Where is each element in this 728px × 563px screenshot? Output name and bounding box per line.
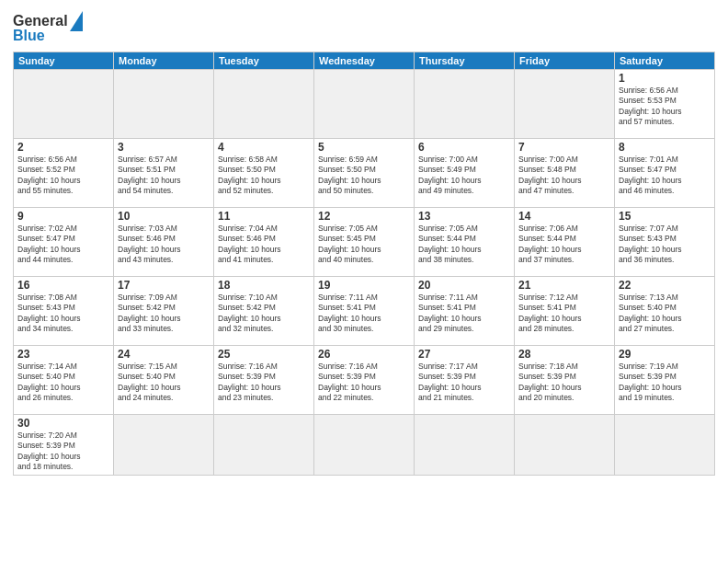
- day-info: Sunrise: 7:12 AM Sunset: 5:41 PM Dayligh…: [518, 293, 610, 335]
- weekday-header-monday: Monday: [114, 52, 214, 70]
- day-info: Sunrise: 7:07 AM Sunset: 5:43 PM Dayligh…: [619, 224, 711, 266]
- day-info: Sunrise: 7:02 AM Sunset: 5:47 PM Dayligh…: [17, 224, 109, 266]
- calendar-cell: [214, 415, 314, 476]
- day-info: Sunrise: 7:04 AM Sunset: 5:46 PM Dayligh…: [218, 224, 310, 266]
- calendar-cell: [14, 70, 114, 139]
- day-number: 16: [17, 279, 109, 292]
- day-info: Sunrise: 7:00 AM Sunset: 5:49 PM Dayligh…: [418, 155, 510, 197]
- week-row-2: 2Sunrise: 6:56 AM Sunset: 5:52 PM Daylig…: [14, 139, 715, 208]
- calendar-cell: [314, 415, 415, 476]
- calendar-cell: [515, 415, 615, 476]
- calendar-cell: 16Sunrise: 7:08 AM Sunset: 5:43 PM Dayli…: [14, 277, 114, 346]
- calendar-cell: [415, 70, 515, 139]
- calendar-cell: 25Sunrise: 7:16 AM Sunset: 5:39 PM Dayli…: [214, 346, 314, 415]
- weekday-header-saturday: Saturday: [615, 52, 715, 70]
- day-info: Sunrise: 7:01 AM Sunset: 5:47 PM Dayligh…: [619, 155, 711, 197]
- calendar-cell: 6Sunrise: 7:00 AM Sunset: 5:49 PM Daylig…: [415, 139, 515, 208]
- calendar-cell: 23Sunrise: 7:14 AM Sunset: 5:40 PM Dayli…: [14, 346, 114, 415]
- calendar-cell: 4Sunrise: 6:58 AM Sunset: 5:50 PM Daylig…: [214, 139, 314, 208]
- day-info: Sunrise: 6:58 AM Sunset: 5:50 PM Dayligh…: [218, 155, 310, 197]
- day-info: Sunrise: 7:16 AM Sunset: 5:39 PM Dayligh…: [218, 362, 310, 404]
- day-number: 11: [218, 210, 310, 223]
- weekday-header-thursday: Thursday: [415, 52, 515, 70]
- calendar-cell: 1Sunrise: 6:56 AM Sunset: 5:53 PM Daylig…: [615, 70, 715, 139]
- day-number: 23: [17, 348, 109, 361]
- week-row-5: 23Sunrise: 7:14 AM Sunset: 5:40 PM Dayli…: [14, 346, 715, 415]
- day-number: 2: [17, 141, 109, 154]
- day-info: Sunrise: 7:08 AM Sunset: 5:43 PM Dayligh…: [17, 293, 109, 335]
- calendar-cell: 2Sunrise: 6:56 AM Sunset: 5:52 PM Daylig…: [14, 139, 114, 208]
- day-info: Sunrise: 7:14 AM Sunset: 5:40 PM Dayligh…: [17, 362, 109, 404]
- day-info: Sunrise: 7:09 AM Sunset: 5:42 PM Dayligh…: [118, 293, 210, 335]
- day-number: 12: [318, 210, 410, 223]
- calendar-cell: 12Sunrise: 7:05 AM Sunset: 5:45 PM Dayli…: [314, 208, 415, 277]
- day-number: 29: [619, 348, 711, 361]
- calendar-cell: [415, 415, 515, 476]
- day-number: 5: [318, 141, 410, 154]
- calendar-cell: 8Sunrise: 7:01 AM Sunset: 5:47 PM Daylig…: [615, 139, 715, 208]
- day-number: 10: [118, 210, 210, 223]
- weekday-header-friday: Friday: [515, 52, 615, 70]
- day-info: Sunrise: 6:56 AM Sunset: 5:53 PM Dayligh…: [619, 86, 711, 128]
- day-info: Sunrise: 7:17 AM Sunset: 5:39 PM Dayligh…: [418, 362, 510, 404]
- calendar-cell: 13Sunrise: 7:05 AM Sunset: 5:44 PM Dayli…: [415, 208, 515, 277]
- calendar-cell: 7Sunrise: 7:00 AM Sunset: 5:48 PM Daylig…: [515, 139, 615, 208]
- day-info: Sunrise: 7:03 AM Sunset: 5:46 PM Dayligh…: [118, 224, 210, 266]
- calendar-cell: [214, 70, 314, 139]
- calendar-cell: 22Sunrise: 7:13 AM Sunset: 5:40 PM Dayli…: [615, 277, 715, 346]
- calendar-cell: 24Sunrise: 7:15 AM Sunset: 5:40 PM Dayli…: [114, 346, 214, 415]
- weekday-header-row: SundayMondayTuesdayWednesdayThursdayFrid…: [14, 52, 715, 70]
- day-info: Sunrise: 7:11 AM Sunset: 5:41 PM Dayligh…: [418, 293, 510, 335]
- calendar-cell: [615, 415, 715, 476]
- page: General Blue SundayMondayTuesdayWednesda…: [0, 0, 728, 563]
- day-number: 28: [518, 348, 610, 361]
- day-number: 4: [218, 141, 310, 154]
- day-number: 26: [318, 348, 410, 361]
- calendar-cell: 17Sunrise: 7:09 AM Sunset: 5:42 PM Dayli…: [114, 277, 214, 346]
- day-number: 6: [418, 141, 510, 154]
- day-number: 20: [418, 279, 510, 292]
- day-info: Sunrise: 7:05 AM Sunset: 5:44 PM Dayligh…: [418, 224, 510, 266]
- week-row-4: 16Sunrise: 7:08 AM Sunset: 5:43 PM Dayli…: [14, 277, 715, 346]
- calendar-cell: [114, 415, 214, 476]
- day-number: 18: [218, 279, 310, 292]
- header: General Blue: [13, 11, 715, 44]
- calendar-cell: 9Sunrise: 7:02 AM Sunset: 5:47 PM Daylig…: [14, 208, 114, 277]
- calendar-cell: 3Sunrise: 6:57 AM Sunset: 5:51 PM Daylig…: [114, 139, 214, 208]
- day-info: Sunrise: 7:10 AM Sunset: 5:42 PM Dayligh…: [218, 293, 310, 335]
- day-info: Sunrise: 7:00 AM Sunset: 5:48 PM Dayligh…: [518, 155, 610, 197]
- day-info: Sunrise: 7:20 AM Sunset: 5:39 PM Dayligh…: [17, 431, 109, 473]
- calendar-cell: 15Sunrise: 7:07 AM Sunset: 5:43 PM Dayli…: [615, 208, 715, 277]
- calendar-cell: 5Sunrise: 6:59 AM Sunset: 5:50 PM Daylig…: [314, 139, 415, 208]
- calendar-cell: [314, 70, 415, 139]
- day-number: 30: [17, 417, 109, 430]
- day-number: 8: [619, 141, 711, 154]
- day-info: Sunrise: 7:16 AM Sunset: 5:39 PM Dayligh…: [318, 362, 410, 404]
- day-info: Sunrise: 7:05 AM Sunset: 5:45 PM Dayligh…: [318, 224, 410, 266]
- weekday-header-sunday: Sunday: [14, 52, 114, 70]
- day-info: Sunrise: 7:18 AM Sunset: 5:39 PM Dayligh…: [518, 362, 610, 404]
- logo-blue-text: Blue: [13, 28, 45, 44]
- day-number: 1: [619, 72, 711, 85]
- day-info: Sunrise: 6:59 AM Sunset: 5:50 PM Dayligh…: [318, 155, 410, 197]
- day-number: 24: [118, 348, 210, 361]
- calendar-cell: 29Sunrise: 7:19 AM Sunset: 5:39 PM Dayli…: [615, 346, 715, 415]
- day-number: 27: [418, 348, 510, 361]
- day-info: Sunrise: 6:57 AM Sunset: 5:51 PM Dayligh…: [118, 155, 210, 197]
- day-number: 15: [619, 210, 711, 223]
- calendar-cell: [114, 70, 214, 139]
- day-info: Sunrise: 7:13 AM Sunset: 5:40 PM Dayligh…: [619, 293, 711, 335]
- week-row-3: 9Sunrise: 7:02 AM Sunset: 5:47 PM Daylig…: [14, 208, 715, 277]
- calendar-cell: [515, 70, 615, 139]
- calendar-cell: 14Sunrise: 7:06 AM Sunset: 5:44 PM Dayli…: [515, 208, 615, 277]
- day-number: 17: [118, 279, 210, 292]
- weekday-header-tuesday: Tuesday: [214, 52, 314, 70]
- calendar-cell: 18Sunrise: 7:10 AM Sunset: 5:42 PM Dayli…: [214, 277, 314, 346]
- day-number: 14: [518, 210, 610, 223]
- week-row-6: 30Sunrise: 7:20 AM Sunset: 5:39 PM Dayli…: [14, 415, 715, 476]
- day-info: Sunrise: 6:56 AM Sunset: 5:52 PM Dayligh…: [17, 155, 109, 197]
- logo-triangle-icon: [70, 11, 83, 31]
- weekday-header-wednesday: Wednesday: [314, 52, 415, 70]
- calendar-cell: 30Sunrise: 7:20 AM Sunset: 5:39 PM Dayli…: [14, 415, 114, 476]
- day-number: 3: [118, 141, 210, 154]
